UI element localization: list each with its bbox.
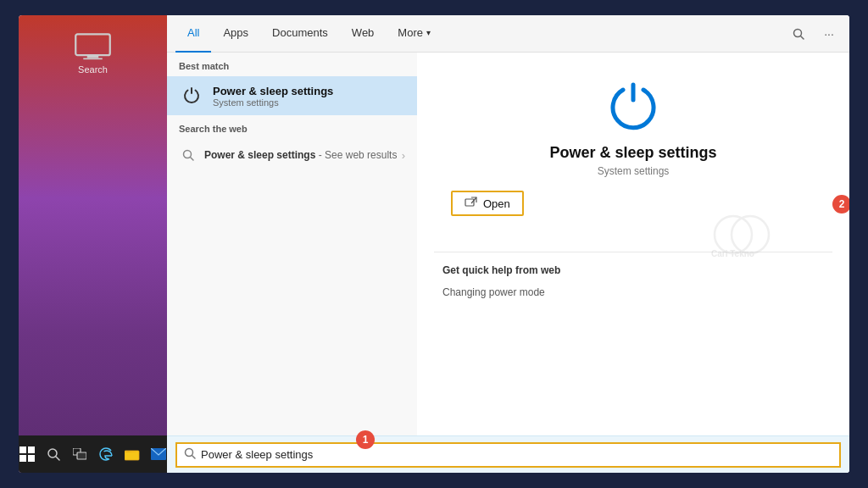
step-badge-1: 1 [356, 430, 375, 449]
start-menu-icon[interactable] [19, 443, 35, 465]
taskbar [19, 435, 167, 473]
best-match-text: Power & sleep settings System settings [213, 85, 333, 108]
search-panel: All Apps Documents Web More ▾ [167, 15, 849, 473]
best-match-item[interactable]: Power & sleep settings System settings [167, 76, 417, 115]
chevron-right-icon: › [402, 149, 405, 162]
svg-text:Cari Tekno: Cari Tekno [711, 249, 754, 258]
web-result-item[interactable]: Power & sleep settings - See web results… [167, 139, 417, 171]
taskbar-search-text: Power & sleep settings [201, 448, 313, 461]
tab-more[interactable]: More ▾ [386, 15, 442, 53]
file-explorer-icon[interactable] [125, 443, 141, 465]
best-match-subtitle: System settings [213, 97, 333, 108]
detail-power-icon [606, 78, 660, 132]
sidebar-pc-label: Search [78, 64, 108, 75]
svg-rect-21 [77, 452, 86, 459]
task-view-icon[interactable] [71, 443, 87, 465]
content-area: Best match Power & sleep settings System… [167, 53, 849, 473]
tab-web[interactable]: Web [340, 15, 387, 53]
svg-line-13 [192, 456, 196, 459]
taskbar-search-area: Power & sleep settings [167, 435, 849, 473]
svg-rect-2 [83, 58, 103, 60]
detail-panel: Power & sleep settings System settings O… [417, 53, 849, 473]
svg-rect-1 [87, 55, 99, 58]
web-search-icon [179, 146, 198, 164]
best-match-label: Best match [167, 53, 417, 76]
search-icon-btn[interactable] [787, 22, 810, 46]
tab-all[interactable]: All [175, 15, 211, 53]
divider [434, 252, 832, 252]
web-section-label: Search the web [167, 115, 417, 139]
sidebar: Search [19, 15, 167, 473]
mail-icon[interactable] [151, 443, 167, 465]
taskbar-search-icon-btn[interactable] [45, 443, 61, 465]
taskbar-search-box[interactable]: Power & sleep settings [175, 442, 841, 468]
power-settings-icon [179, 83, 204, 108]
svg-line-19 [56, 457, 59, 460]
results-panel: Best match Power & sleep settings System… [167, 53, 417, 473]
taskbar-search-icon [184, 447, 196, 462]
svg-rect-0 [75, 34, 110, 55]
nav-tabs: All Apps Documents Web More ▾ [167, 15, 849, 53]
svg-rect-17 [28, 455, 35, 462]
tab-documents[interactable]: Documents [260, 15, 340, 53]
edge-icon[interactable] [98, 443, 114, 465]
svg-rect-15 [28, 446, 35, 453]
quick-help-title: Get quick help from web [442, 264, 824, 276]
svg-rect-14 [19, 446, 26, 453]
web-result-text: Power & sleep settings - See web results [204, 149, 397, 161]
svg-line-6 [191, 158, 194, 161]
nav-icons: ··· [787, 22, 841, 46]
open-button[interactable]: Open [451, 191, 524, 216]
step-badge-2: 2 [832, 195, 849, 214]
open-icon [465, 197, 478, 210]
quick-help-item[interactable]: Changing power mode [442, 283, 824, 302]
chevron-down-icon: ▾ [426, 28, 431, 37]
quick-help-section: Get quick help from web Changing power m… [434, 264, 832, 302]
this-pc-icon: Search [68, 32, 119, 75]
detail-title: Power & sleep settings [549, 144, 716, 162]
svg-line-4 [801, 36, 804, 39]
detail-subtitle: System settings [598, 165, 670, 177]
best-match-title: Power & sleep settings [213, 85, 333, 97]
more-options-icon-btn[interactable]: ··· [817, 22, 841, 46]
tab-apps[interactable]: Apps [211, 15, 260, 53]
svg-rect-16 [19, 455, 26, 462]
